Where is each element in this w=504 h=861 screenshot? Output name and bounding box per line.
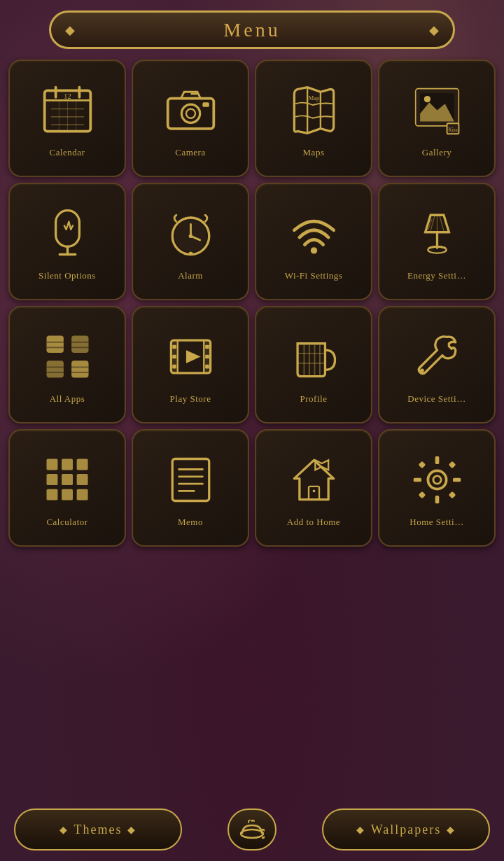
svg-point-91 — [433, 475, 440, 483]
svg-rect-65 — [205, 364, 209, 368]
profile-label: Profile — [300, 393, 328, 405]
svg-rect-88 — [309, 486, 319, 499]
add-to-home-tile[interactable]: Add to Home — [255, 429, 372, 547]
svg-rect-62 — [172, 364, 176, 368]
svg-line-42 — [440, 216, 444, 231]
svg-rect-45 — [46, 360, 63, 377]
gallery-label: Gallery — [422, 147, 451, 158]
svg-rect-43 — [46, 335, 63, 352]
play-store-tile[interactable]: Play Store — [132, 306, 249, 424]
themes-button[interactable]: ◆ Themes ◆ — [14, 808, 182, 850]
svg-rect-96 — [418, 461, 426, 468]
calculator-icon — [36, 448, 99, 511]
svg-rect-78 — [62, 474, 73, 485]
svg-point-36 — [310, 247, 316, 253]
add-to-home-label: Add to Home — [287, 517, 340, 528]
coffee-button[interactable] — [227, 808, 276, 850]
memo-tile[interactable]: Memo — [132, 429, 249, 547]
device-settings-icon — [405, 325, 468, 388]
svg-marker-66 — [186, 350, 200, 363]
alarm-tile[interactable]: Alarm — [132, 183, 249, 300]
device-settings-tile[interactable]: Device Setti… — [378, 306, 496, 424]
memo-label: Memo — [178, 517, 203, 528]
svg-rect-44 — [71, 335, 88, 352]
svg-rect-15 — [202, 102, 209, 107]
svg-rect-63 — [205, 344, 209, 349]
silent-options-icon — [36, 202, 99, 265]
energy-settings-label: Energy Setti… — [407, 270, 466, 281]
calculator-tile[interactable]: Calculator — [8, 429, 126, 547]
app-grid: 12 Calendar — [8, 59, 496, 547]
svg-text:12: 12 — [64, 92, 71, 99]
svg-rect-82 — [76, 489, 88, 500]
svg-line-40 — [430, 216, 435, 231]
memo-icon — [159, 448, 222, 511]
wallpapers-diamond-right: ◆ — [447, 824, 456, 836]
profile-icon — [282, 325, 345, 388]
silent-options-tile[interactable]: Silent Options — [8, 183, 126, 300]
gallery-tile[interactable]: Kiss Gallery — [378, 59, 496, 177]
svg-rect-93 — [435, 496, 439, 503]
energy-settings-tile[interactable]: Energy Setti… — [378, 183, 496, 300]
wifi-settings-tile[interactable]: Wi-Fi Settings — [255, 183, 372, 300]
play-store-label: Play Store — [170, 393, 211, 405]
play-store-icon — [159, 325, 222, 388]
profile-tile[interactable]: Profile — [255, 306, 372, 424]
calendar-tile[interactable]: 12 Calendar — [8, 59, 126, 177]
svg-point-89 — [312, 489, 315, 492]
svg-text:Map: Map — [308, 94, 318, 102]
svg-point-100 — [241, 830, 263, 838]
svg-rect-79 — [76, 474, 88, 485]
themes-diamond-left: ◆ — [59, 824, 69, 836]
home-settings-icon — [405, 448, 468, 511]
svg-rect-95 — [453, 477, 461, 482]
menu-title-bar: Menu — [49, 10, 455, 49]
svg-rect-60 — [172, 344, 176, 349]
svg-point-73 — [420, 368, 424, 372]
svg-rect-35 — [188, 251, 192, 254]
svg-text:Kiss: Kiss — [448, 126, 457, 132]
themes-label: Themes — [74, 822, 122, 837]
alarm-label: Alarm — [178, 270, 203, 281]
energy-settings-icon — [405, 202, 468, 265]
calculator-label: Calculator — [46, 517, 88, 528]
svg-point-13 — [181, 104, 200, 122]
alarm-icon — [159, 202, 222, 265]
wifi-settings-icon — [282, 202, 345, 265]
all-apps-label: All Apps — [50, 393, 85, 405]
svg-rect-97 — [448, 461, 456, 468]
maps-icon: Map — [282, 78, 345, 141]
add-to-home-icon — [282, 448, 345, 511]
svg-rect-74 — [46, 458, 57, 470]
camera-label: Camera — [175, 147, 205, 158]
svg-rect-83 — [172, 458, 209, 500]
svg-rect-77 — [46, 474, 57, 485]
camera-icon — [159, 78, 222, 141]
svg-point-90 — [428, 470, 446, 489]
svg-point-34 — [188, 234, 192, 238]
home-settings-tile[interactable]: Home Setti… — [378, 429, 496, 547]
bottom-bar: ◆ Themes ◆ ◆ Wallpapers ◆ — [0, 808, 504, 850]
svg-rect-98 — [418, 491, 426, 498]
svg-point-23 — [424, 95, 430, 102]
all-apps-tile[interactable]: All Apps — [8, 306, 126, 424]
wallpapers-button[interactable]: ◆ Wallpapers ◆ — [322, 808, 490, 850]
svg-rect-26 — [55, 210, 79, 246]
home-settings-label: Home Setti… — [410, 517, 463, 528]
maps-label: Maps — [303, 147, 325, 158]
menu-title: Menu — [223, 19, 280, 41]
wifi-settings-label: Wi-Fi Settings — [285, 270, 343, 281]
svg-rect-81 — [62, 489, 73, 500]
svg-rect-94 — [413, 477, 421, 482]
camera-tile[interactable]: Camera — [132, 59, 249, 177]
svg-rect-64 — [205, 354, 209, 358]
svg-rect-80 — [46, 489, 57, 500]
maps-tile[interactable]: Map Maps — [255, 59, 372, 177]
svg-point-14 — [186, 108, 195, 118]
silent-options-label: Silent Options — [38, 270, 96, 281]
svg-rect-61 — [172, 354, 176, 358]
device-settings-label: Device Setti… — [407, 393, 465, 405]
wallpapers-diamond-left: ◆ — [356, 824, 365, 836]
svg-rect-92 — [435, 456, 439, 463]
svg-rect-76 — [76, 458, 88, 470]
